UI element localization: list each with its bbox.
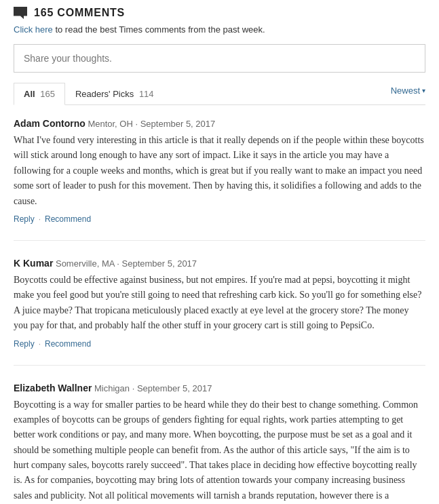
comment-icon [14,7,27,19]
sort-arrow-icon: ▾ [422,87,425,94]
comments-container: Adam Contorno Mentor, OH · September 5, … [14,117,425,504]
share-thoughts-input[interactable] [14,44,425,73]
comment-author: Adam Contorno [14,118,85,129]
comment-block: Elizabeth Wallner Michigan · September 5… [14,382,425,504]
comment-author: Elizabeth Wallner [14,383,92,393]
sort-dropdown[interactable]: Newest ▾ [391,85,425,101]
comment-actions: Reply·Recommend [14,214,425,224]
comment-body: What I've found very interesting in this… [14,133,425,209]
action-recommend-button[interactable]: Recommend [45,214,91,224]
comment-block: Adam Contorno Mentor, OH · September 5, … [14,117,425,241]
comments-header: 165 COMMENTS [14,7,425,19]
action-recommend-button[interactable]: Recommend [45,339,91,349]
comment-block: K Kumar Somerville, MA · September 5, 20… [14,257,425,366]
comment-author: K Kumar [14,258,53,269]
best-comments-promo: Click here to read the best Times commen… [14,24,425,35]
comment-location: Somerville, MA · [53,258,121,269]
tab-all-label: All [24,89,35,99]
comment-meta: Elizabeth Wallner Michigan · September 5… [14,382,425,394]
sort-label: Newest [391,85,420,96]
action-separator: · [39,339,41,349]
comment-date: September 5, 2017 [137,383,212,393]
comment-meta: K Kumar Somerville, MA · September 5, 20… [14,257,425,269]
comment-actions: Reply·Recommend [14,339,425,349]
tab-readers-picks-count: 114 [139,89,154,99]
tab-all-count: 165 [40,89,55,99]
action-separator: · [39,214,41,224]
comment-location: Michigan · [92,383,136,393]
comment-location: Mentor, OH · [85,119,140,129]
tabs-row: All 165 Readers' Picks 114 Newest ▾ [14,82,425,105]
best-comments-suffix: to read the best Times comments from the… [53,24,265,35]
comments-count-title: 165 COMMENTS [34,7,125,19]
comment-date: September 5, 2017 [122,258,197,269]
comment-body: Boycotting is a way for smaller parties … [14,398,425,504]
tab-all[interactable]: All 165 [14,83,65,105]
best-comments-link[interactable]: Click here [14,24,53,35]
tab-readers-picks-label: Readers' Picks [75,89,134,99]
tab-readers-picks[interactable]: Readers' Picks 114 [65,83,164,105]
comment-date: September 5, 2017 [140,119,216,129]
action-reply-button[interactable]: Reply [14,214,35,224]
tabs-left: All 165 Readers' Picks 114 [14,82,164,104]
action-reply-button[interactable]: Reply [14,339,35,349]
comment-meta: Adam Contorno Mentor, OH · September 5, … [14,117,425,130]
comment-body: Boycotts could be effective against busi… [14,273,425,334]
